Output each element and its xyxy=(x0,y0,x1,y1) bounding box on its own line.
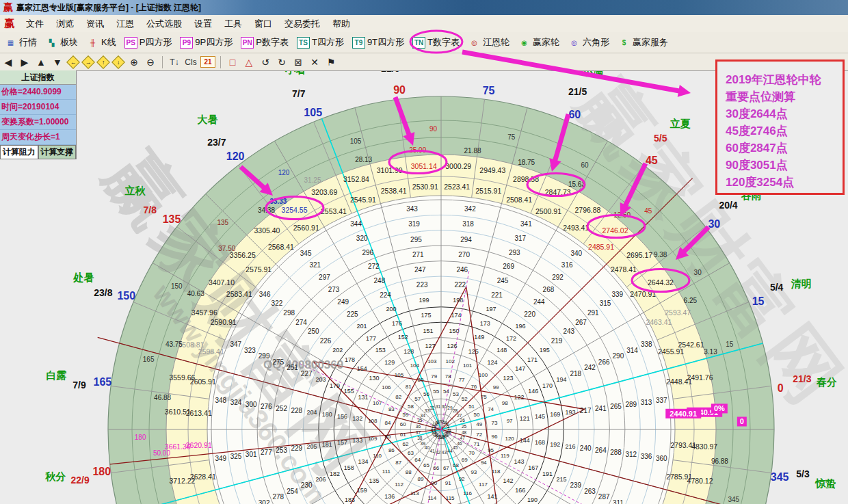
flag-icon[interactable]: ⚑ xyxy=(324,55,338,69)
inner-price: 2785.91 xyxy=(666,473,692,481)
outer-degree-label: 150 xyxy=(117,290,135,302)
shift-right-icon[interactable]: → xyxy=(81,55,95,69)
triangle-tool-icon[interactable]: △ xyxy=(242,55,256,69)
solar-date-label: 5/3 xyxy=(796,468,810,479)
calc-support-button[interactable]: 计算支撑 xyxy=(38,145,77,159)
kline-icon: ╫ xyxy=(86,37,99,49)
annotation-line: 60度2847点 xyxy=(726,140,843,157)
spiral-number: 192 xyxy=(550,441,560,448)
toolbar-button-江恩轮[interactable]: ◎江恩轮 xyxy=(466,36,512,49)
outer-degree-label: 30 xyxy=(708,218,720,230)
degree-value: 120 xyxy=(278,169,290,176)
degree-value: 105 xyxy=(350,137,362,145)
spiral-number: 324 xyxy=(230,399,242,406)
rotate-ccw-icon[interactable]: ↺ xyxy=(259,55,272,69)
spiral-number: 337 xyxy=(656,397,667,404)
solar-term-label: 惊蛰 xyxy=(814,477,836,489)
spiral-number: 293 xyxy=(509,249,520,256)
spiral-number: 29 xyxy=(447,406,453,410)
zoom-in-icon[interactable]: ⊕ xyxy=(127,55,141,69)
step-down-icon[interactable]: ▼ xyxy=(51,55,64,69)
page-left-icon[interactable]: ◀ xyxy=(1,55,15,69)
quote-table-icon: ▦ xyxy=(4,37,17,49)
menu-item-浏览[interactable]: 浏览 xyxy=(50,16,80,31)
degree-value: 180 xyxy=(135,434,146,441)
spiral-number: 65 xyxy=(423,462,429,468)
menu-item-公式选股[interactable]: 公式选股 xyxy=(140,16,188,31)
toolbar-button-9P四方形[interactable]: P99P四方形 xyxy=(178,36,235,49)
spiral-number: 99 xyxy=(493,384,499,390)
spiral-number: 115 xyxy=(446,495,455,501)
spiral-number: 222 xyxy=(454,281,466,289)
spiral-number: 314 xyxy=(626,347,638,354)
toolbar-button-label: 板块 xyxy=(60,36,78,49)
spiral-number: 38 xyxy=(417,436,423,440)
toolbar-button-label: T四方形 xyxy=(312,36,344,49)
toolbar-button-赢家服务[interactable]: $赢家服务 xyxy=(615,36,670,49)
menu-item-交易委托[interactable]: 交易委托 xyxy=(278,16,326,31)
spiral-number: 32 xyxy=(429,406,435,410)
spiral-number: 224 xyxy=(380,291,391,299)
toolbar-separator xyxy=(162,56,163,68)
spiral-number: 44 xyxy=(447,449,453,453)
shift-down-icon[interactable]: ↓ xyxy=(111,55,125,69)
toolbar-button-P四方形[interactable]: PSP四方形 xyxy=(122,36,174,49)
percent-value: 31.25 xyxy=(304,176,321,184)
spiral-number: 36 xyxy=(416,424,421,429)
spiral-number: 173 xyxy=(480,320,490,327)
toolbar-button-K线[interactable]: ╫K线 xyxy=(84,36,118,49)
calc-resistance-button[interactable]: 计算阻力 xyxy=(0,145,38,159)
square-tool-icon[interactable]: □ xyxy=(226,55,239,69)
inner-price: 2793.41 xyxy=(670,441,696,449)
spiral-number: 73 xyxy=(491,420,497,426)
toolbar-button-T数字表[interactable]: TNT数字表 xyxy=(410,36,462,49)
menu-item-文件[interactable]: 文件 xyxy=(20,16,50,31)
menu-item-帮助[interactable]: 帮助 xyxy=(326,16,356,31)
zoom-out-icon[interactable]: ⊖ xyxy=(144,55,157,69)
spiral-number: 37 xyxy=(416,430,421,435)
cls-icon[interactable]: Cls xyxy=(184,55,198,69)
spiral-number: 215 xyxy=(557,476,567,483)
toolbar-button-行情[interactable]: ▦行情 xyxy=(2,36,39,49)
degree-value: 135 xyxy=(217,219,228,226)
shift-left-icon[interactable]: ← xyxy=(66,55,80,69)
spiral-number: 88 xyxy=(406,469,412,475)
calendar-icon[interactable]: 21 xyxy=(200,56,215,68)
time-scale-icon[interactable]: T↓ xyxy=(168,55,181,69)
menu-item-设置[interactable]: 设置 xyxy=(188,16,218,31)
spiral-number: 318 xyxy=(462,220,474,228)
toolbar-button-P数字表[interactable]: PNP数字表 xyxy=(239,36,291,49)
page-right-icon[interactable]: ▶ xyxy=(18,55,31,69)
toolbar-button-赢家轮[interactable]: ◉赢家轮 xyxy=(516,36,561,49)
toolbar-button-T四方形[interactable]: TST四方形 xyxy=(295,36,346,49)
spiral-number: 182 xyxy=(330,470,340,477)
menu-item-窗口[interactable]: 窗口 xyxy=(248,16,278,31)
spiral-number: 341 xyxy=(520,220,532,228)
spiral-number: 102 xyxy=(446,358,455,364)
toolbar-button-六角形[interactable]: ◎六角形 xyxy=(566,36,611,49)
spiral-number: 41 xyxy=(429,449,435,453)
menu-item-资讯[interactable]: 资讯 xyxy=(80,16,110,31)
toolbar-button-9T四方形[interactable]: T99T四方形 xyxy=(350,36,406,49)
rotate-cw-icon[interactable]: ↻ xyxy=(275,55,289,69)
step-up-icon[interactable]: ▲ xyxy=(34,55,48,69)
spiral-number: 194 xyxy=(557,376,567,383)
menu-item-工具[interactable]: 工具 xyxy=(218,16,248,31)
outer-degree-label: 45 xyxy=(646,155,658,166)
panel-row-3: 周天变化步长=1 xyxy=(0,130,76,145)
center-cross-icon[interactable]: ✕ xyxy=(308,55,321,69)
solar-term-label: 白露 xyxy=(47,369,67,381)
spiral-number: 177 xyxy=(366,335,376,342)
toolbar-button-板块[interactable]: ▚板块 xyxy=(43,36,80,49)
spiral-number: 42 xyxy=(436,450,441,455)
spiral-number: 43 xyxy=(442,450,447,455)
spiral-number: 252 xyxy=(276,405,287,412)
spiral-number: 147 xyxy=(515,365,525,372)
ps-icon: PS xyxy=(124,37,137,49)
menu-item-江恩[interactable]: 江恩 xyxy=(110,16,140,31)
box-x-icon[interactable]: ⊠ xyxy=(291,55,305,69)
spiral-number: 93 xyxy=(471,469,477,475)
spiral-number: 130 xyxy=(369,375,380,382)
degree-value: 90 xyxy=(429,125,438,133)
shift-up-icon[interactable]: ↑ xyxy=(96,55,110,69)
